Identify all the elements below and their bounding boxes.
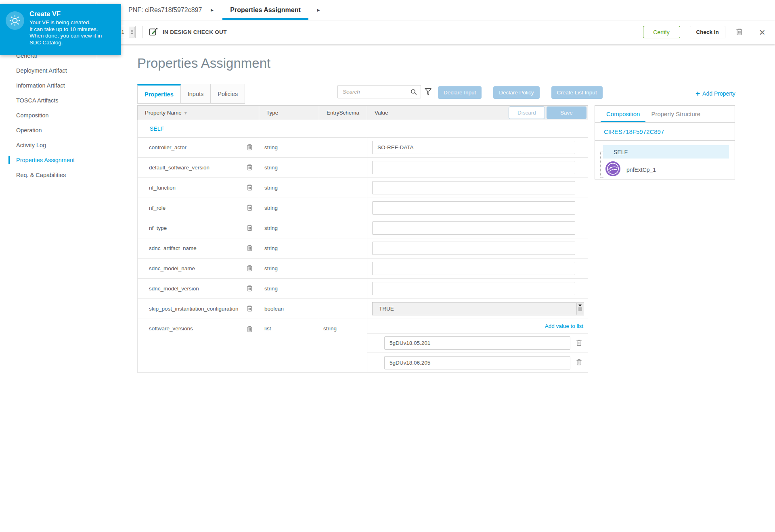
list-item (367, 353, 588, 372)
declare-policy-button[interactable]: Declare Policy (493, 86, 539, 99)
property-name: nf_role (149, 205, 165, 211)
tab-inputs[interactable]: Inputs (181, 84, 211, 104)
trash-icon (247, 285, 253, 293)
tree-node-pnfextcp[interactable]: pnfExtCp_1 (605, 161, 735, 178)
property-row-controller-actor: controller_actorstring (138, 138, 588, 158)
table-header: Property Name ▾ Type EntrySchema Value D… (137, 105, 588, 120)
toast-title: Create VF (29, 10, 102, 18)
sidebar-item-information-artifact[interactable]: Information Artifact (0, 78, 97, 93)
property-row-skip-post-instantiation-configuration: skip_post_instantiation_configurationboo… (138, 299, 588, 319)
search-box (337, 85, 421, 98)
tree-node-label: pnfExtCp_1 (626, 167, 656, 173)
filter-icon (424, 87, 432, 97)
property-row-default-software-version: default_software_versionstring (138, 158, 588, 178)
sidebar-item-activity-log[interactable]: Activity Log (0, 138, 97, 152)
value-select[interactable]: TRUE (372, 302, 584, 315)
property-name-cell: nf_function (138, 178, 259, 198)
property-name-cell: controller_actor (138, 138, 259, 157)
create-list-input-button[interactable]: Create List Input (551, 86, 603, 99)
trash-icon (247, 164, 253, 172)
toolbar-divider (751, 26, 751, 38)
property-type-cell: string (259, 238, 319, 258)
composition-panel: Composition Property Structure CIRES718F… (595, 105, 735, 179)
trash-icon (576, 359, 582, 367)
filter-button[interactable] (424, 87, 432, 97)
delete-property-button[interactable] (247, 285, 253, 293)
delete-property-button[interactable] (247, 184, 253, 192)
delete-property-button[interactable] (247, 325, 253, 334)
delete-component-button[interactable] (736, 28, 743, 37)
sidebar-item-req-capabilities[interactable]: Req. & Capabilities (0, 167, 97, 182)
tab-policies[interactable]: Policies (211, 84, 245, 104)
close-button[interactable]: × (759, 27, 765, 38)
property-name-cell: default_software_version (138, 158, 259, 177)
value-input[interactable] (372, 141, 575, 154)
tab-property-structure[interactable]: Property Structure (645, 106, 706, 122)
check-in-button[interactable]: Check in (690, 26, 725, 38)
lifecycle-status: IN DESIGN CHECK OUT (149, 27, 227, 37)
list-item (367, 334, 588, 353)
search-input[interactable] (338, 89, 411, 95)
value-input[interactable] (372, 161, 575, 174)
breadcrumb-item-pnf[interactable]: PNF: ciRes718f5972c897 (128, 6, 202, 14)
toolbar-divider (142, 26, 142, 38)
breadcrumb-item-properties-assignment[interactable]: Properties Assignment (222, 0, 308, 20)
property-schema-cell (319, 178, 367, 198)
value-input[interactable] (372, 221, 575, 235)
property-row-sdnc-artifact-name: sdnc_artifact_namestring (138, 238, 588, 259)
tree-connector (600, 177, 605, 177)
property-name-cell: sdnc_model_name (138, 259, 259, 278)
property-name: nf_type (149, 225, 167, 231)
delete-property-button[interactable] (247, 224, 253, 232)
delete-property-button[interactable] (247, 305, 253, 313)
discard-button[interactable]: Discard (509, 106, 545, 119)
sidebar-item-operation[interactable]: Operation (0, 123, 97, 138)
delete-property-button[interactable] (247, 244, 253, 252)
delete-list-value-button[interactable] (576, 359, 582, 367)
property-name-cell: skip_post_instantiation_configuration (138, 299, 259, 319)
sidebar-item-properties-assignment[interactable]: Properties Assignment (0, 152, 97, 167)
tree-node-self[interactable]: SELF (603, 145, 729, 159)
properties-tab-strip: PropertiesInputsPolicies (137, 84, 245, 104)
sidebar-item-tosca-artifacts[interactable]: TOSCA Artifacts (0, 93, 97, 108)
save-button[interactable]: Save (547, 106, 586, 119)
sidebar-item-composition[interactable]: Composition (0, 108, 97, 123)
property-value-cell (367, 238, 588, 258)
component-name[interactable]: CIRES718F5972C897 (595, 123, 735, 141)
toolbar-actions: Certify Check in × (643, 26, 765, 38)
list-value-input[interactable] (384, 336, 570, 350)
sidebar: GeneralDeployment ArtifactInformation Ar… (0, 0, 97, 532)
sidebar-item-deployment-artifact[interactable]: Deployment Artifact (0, 63, 97, 78)
property-row-software-versions: software_versionsliststringAdd value to … (138, 319, 588, 373)
property-schema-cell (319, 259, 367, 278)
property-name: sdnc_model_name (149, 265, 195, 271)
value-input[interactable] (372, 262, 575, 275)
property-type-cell: string (259, 259, 319, 278)
delete-property-button[interactable] (247, 204, 253, 212)
tab-composition[interactable]: Composition (601, 106, 645, 122)
property-name: software_versions (149, 325, 193, 332)
tab-properties[interactable]: Properties (137, 84, 181, 104)
value-input[interactable] (372, 201, 575, 215)
sidebar-item-label: Operation (16, 127, 42, 134)
delete-property-button[interactable] (247, 164, 253, 172)
main-content: Properties Assignment PropertiesInputsPo… (97, 44, 775, 532)
add-property-button[interactable]: + Add Property (695, 90, 735, 97)
trash-icon (247, 184, 253, 192)
property-value-cell: Add value to list (367, 319, 588, 372)
property-name: sdnc_artifact_name (149, 245, 197, 251)
delete-list-value-button[interactable] (576, 339, 582, 347)
property-row-sdnc-model-version: sdnc_model_versionstring (138, 279, 588, 299)
delete-property-button[interactable] (247, 144, 253, 152)
add-value-to-list-link[interactable]: Add value to list (545, 323, 583, 329)
certify-button[interactable]: Certify (643, 26, 680, 38)
value-input[interactable] (372, 282, 575, 295)
list-value-input[interactable] (384, 356, 570, 369)
value-input[interactable] (372, 242, 575, 255)
delete-property-button[interactable] (247, 265, 253, 273)
column-header-property-name[interactable]: Property Name ▾ (138, 106, 259, 120)
declare-input-button[interactable]: Declare Input (438, 86, 482, 99)
value-input[interactable] (372, 181, 575, 194)
property-schema-cell (319, 198, 367, 218)
list-header: Add value to list (367, 319, 588, 334)
